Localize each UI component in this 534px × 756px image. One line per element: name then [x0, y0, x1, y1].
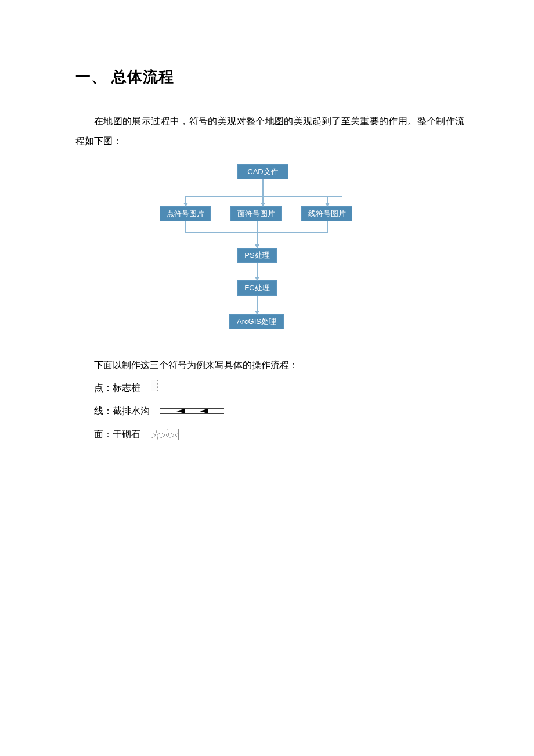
flow-node-cad: CAD文件: [237, 164, 288, 179]
example-area-label: 面：干砌石: [94, 427, 140, 442]
area-symbol-icon: [151, 429, 179, 440]
flow-connector: [185, 221, 186, 232]
example-point-label: 点：标志桩: [94, 380, 140, 395]
flow-connector: [185, 196, 342, 197]
flow-node-point: 点符号图片: [160, 206, 211, 221]
svg-marker-2: [176, 409, 185, 413]
line-symbol-icon: [160, 407, 224, 415]
arrow-down-icon: [325, 203, 330, 207]
example-area: 面：干砌石: [75, 427, 464, 442]
flow-connector: [327, 221, 328, 232]
arrow-down-icon: [261, 203, 265, 207]
document-page: 一、 总体流程 在地图的展示过程中，符号的美观对整个地图的美观起到了至关重要的作…: [0, 0, 534, 442]
example-point: 点：标志桩: [75, 380, 464, 395]
arrow-down-icon: [183, 203, 188, 207]
flow-node-ps: PS处理: [237, 248, 277, 263]
intro-paragraph: 在地图的展示过程中，符号的美观对整个地图的美观起到了至关重要的作用。整个制作流程…: [75, 111, 464, 150]
point-symbol-icon: [151, 382, 158, 394]
section-heading: 一、 总体流程: [75, 67, 464, 87]
example-line: 线：截排水沟: [75, 404, 464, 419]
flow-node-arcgis: ArcGIS处理: [229, 314, 284, 329]
flowchart: CAD文件 点符号图片 面符号图片 线符号图片 PS处理 FC处理 ArcGIS…: [148, 164, 392, 344]
arrow-down-icon: [255, 311, 259, 315]
arrow-down-icon: [255, 277, 259, 281]
arrow-down-icon: [255, 244, 259, 249]
flow-node-area: 面符号图片: [230, 206, 282, 221]
svg-marker-3: [200, 409, 208, 413]
flow-node-fc: FC处理: [237, 280, 277, 296]
flow-node-line: 线符号图片: [301, 206, 352, 221]
example-line-label: 线：截排水沟: [94, 404, 150, 419]
subtext: 下面以制作这三个符号为例来写具体的操作流程：: [75, 356, 464, 375]
